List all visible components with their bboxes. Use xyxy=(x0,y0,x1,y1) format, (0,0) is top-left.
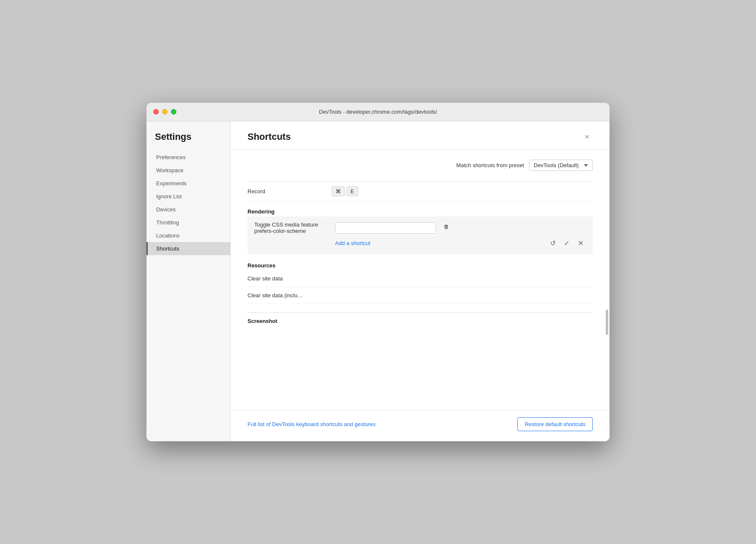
minimize-traffic-light[interactable] xyxy=(162,109,168,115)
screenshot-section: Screenshot xyxy=(248,312,593,324)
rendering-header: Rendering xyxy=(248,208,593,215)
scrollbar-track[interactable] xyxy=(605,158,609,402)
record-key-e: E xyxy=(346,187,358,196)
sidebar-item-ignore-list[interactable]: Ignore List xyxy=(146,190,230,203)
scrollbar-thumb xyxy=(606,309,608,335)
editing-row-bottom: Add a shortcut ↺ ✓ ✕ xyxy=(254,234,586,249)
close-button[interactable]: × xyxy=(581,131,593,142)
restore-defaults-button[interactable]: Restore default shortcuts xyxy=(517,417,593,431)
sidebar-item-shortcuts[interactable]: Shortcuts xyxy=(146,242,230,255)
toggle-css-editing-row: Toggle CSS media featureprefers-color-sc… xyxy=(248,216,593,254)
sidebar: Settings Preferences Workspace Experimen… xyxy=(146,121,231,441)
editing-row-top: Toggle CSS media featureprefers-color-sc… xyxy=(254,221,586,234)
preset-label: Match shortcuts from preset xyxy=(456,162,524,168)
toggle-css-name: Toggle CSS media featureprefers-color-sc… xyxy=(254,221,330,234)
main-content: Shortcuts × Match shortcuts from preset … xyxy=(231,121,610,441)
preset-row: Match shortcuts from preset DevTools (De… xyxy=(248,160,593,171)
window-body: Settings Preferences Workspace Experimen… xyxy=(146,121,610,441)
clear-site-data-item: Clear site data xyxy=(248,270,593,287)
sidebar-item-devices[interactable]: Devices xyxy=(146,203,230,216)
sidebar-item-locations[interactable]: Locations xyxy=(146,229,230,242)
trash-icon xyxy=(443,224,450,230)
add-shortcut-link[interactable]: Add a shortcut xyxy=(335,240,370,246)
resources-section: Resources Clear site data Clear site dat… xyxy=(248,262,593,304)
confirm-button[interactable]: ✓ xyxy=(562,237,572,249)
rendering-section: Rendering Toggle CSS media featureprefer… xyxy=(248,208,593,254)
discard-button[interactable]: ✕ xyxy=(575,237,586,249)
resources-header: Resources xyxy=(248,262,593,269)
keyboard-shortcuts-link[interactable]: Full list of DevTools keyboard shortcuts… xyxy=(248,421,375,427)
settings-window: DevTools - developer.chrome.com/tags/dev… xyxy=(146,103,610,441)
sidebar-title: Settings xyxy=(146,131,230,151)
clear-site-data-inclu-item: Clear site data (inclu… xyxy=(248,287,593,304)
window-title: DevTools - developer.chrome.com/tags/dev… xyxy=(319,109,437,115)
page-title: Shortcuts xyxy=(248,131,291,149)
sidebar-item-experiments[interactable]: Experiments xyxy=(146,177,230,190)
shortcut-input[interactable] xyxy=(335,222,436,234)
footer-area: Full list of DevTools keyboard shortcuts… xyxy=(231,410,610,441)
close-traffic-light[interactable] xyxy=(153,109,159,115)
record-shortcut-name: Record xyxy=(248,188,332,195)
record-shortcut-keys: ⌘ E xyxy=(332,187,593,196)
traffic-lights xyxy=(153,109,176,115)
content-area: Match shortcuts from preset DevTools (De… xyxy=(231,149,610,410)
main-header: Shortcuts × xyxy=(231,121,610,149)
editing-actions: ↺ ✓ ✕ xyxy=(548,237,586,249)
sidebar-item-workspace[interactable]: Workspace xyxy=(146,164,230,177)
undo-button[interactable]: ↺ xyxy=(548,237,558,249)
record-key-cmd: ⌘ xyxy=(332,187,345,196)
maximize-traffic-light[interactable] xyxy=(171,109,176,115)
screenshot-header: Screenshot xyxy=(248,318,593,324)
delete-shortcut-button[interactable] xyxy=(441,222,451,234)
preset-select[interactable]: DevTools (Default) Visual Studio Code xyxy=(529,160,593,171)
sidebar-item-preferences[interactable]: Preferences xyxy=(146,151,230,164)
record-shortcut-row: Record ⌘ E xyxy=(248,181,593,202)
sidebar-item-throttling[interactable]: Throttling xyxy=(146,216,230,229)
titlebar: DevTools - developer.chrome.com/tags/dev… xyxy=(146,103,610,121)
